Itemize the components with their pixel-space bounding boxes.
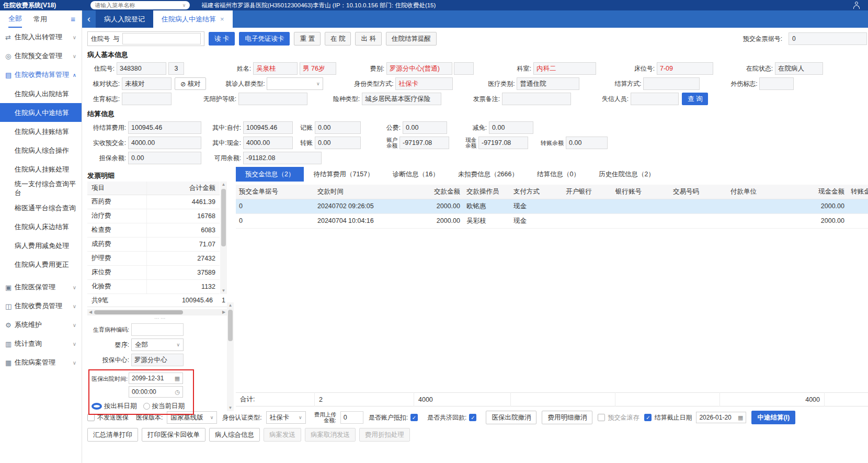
invoice-row[interactable]: 成药费71.07 [87, 237, 220, 251]
sidebar-item-system-maintain[interactable]: ⚙ 系统维护 ∨ [0, 315, 82, 334]
cash-balance-field[interactable] [478, 137, 528, 149]
menu-search-input[interactable] [95, 2, 182, 8]
id-type-field[interactable] [395, 77, 453, 90]
invoice-row[interactable]: 床位费37589 [87, 265, 220, 279]
deposit-received-field[interactable] [128, 137, 201, 149]
sidebar-item-billing-settle-mgmt[interactable]: ▤ 住院收费结算管理 ∧ [0, 65, 82, 84]
settle-mode-field[interactable] [643, 77, 700, 90]
check-status-field[interactable] [122, 77, 172, 90]
fee-detail-cancel-button[interactable]: 费用明细撤消 [542, 411, 592, 424]
book-field[interactable] [315, 121, 361, 134]
reduce-field[interactable] [489, 121, 533, 134]
sidebar-item-rongyitong-query[interactable]: 榕医通平台综合查询 [0, 198, 82, 217]
transfer-balance-field[interactable] [566, 137, 608, 149]
sidebar-item-unified-pay-query[interactable]: 统一支付综合查询平台 [0, 178, 82, 198]
medical-type-field[interactable] [517, 77, 579, 90]
sidebar-item-discharge-settle[interactable]: 住院病人出院结算 [0, 84, 82, 103]
account-deduct-checkbox[interactable]: 是否账户抵扣: ✓ [369, 413, 418, 422]
calendar-icon[interactable]: ▦ [738, 414, 743, 421]
invoice-row[interactable]: 检查费6083 [87, 223, 220, 237]
sidebar-item-fee-reduction[interactable]: 病人费用减免处理 [0, 236, 82, 255]
scroll-down-icon[interactable]: ▼ [220, 288, 227, 294]
sidebar-item-midway-settle[interactable]: 住院病人中途结算 [0, 103, 82, 122]
deposit-rollover-checkbox[interactable]: 预交金滚存 [598, 413, 639, 422]
auth-type-select[interactable]: 社保卡 ∨ [266, 411, 306, 424]
admission-no-field[interactable] [117, 62, 166, 75]
scrollbar-thumb[interactable] [221, 189, 226, 246]
sidebar-item-stat-query[interactable]: ▥ 统计查询 ∨ [0, 334, 82, 353]
transfer-field[interactable] [315, 137, 361, 149]
midway-settle-button[interactable]: 中途结算(I) [751, 411, 795, 424]
sidebar-item-mi-mgmt[interactable]: ▣ 住院医保管理 ∨ [0, 278, 82, 297]
panel-splitter[interactable]: ⋯⋯ [87, 315, 234, 321]
mi-discharge-cancel-button[interactable]: 医保出院撤消 [486, 411, 536, 424]
reset-button[interactable]: 重 置 [294, 32, 320, 46]
query-button[interactable]: 查 询 [682, 93, 708, 105]
dept-field[interactable] [533, 62, 596, 75]
dishonest-person-field[interactable] [631, 93, 679, 105]
verify-button[interactable]: ⊘ 核对 [175, 77, 206, 90]
account-balance-field[interactable] [399, 137, 449, 149]
sidebar-item-comprehensive-ops[interactable]: 住院病人综合操作 [0, 141, 82, 160]
insurance-type-field[interactable] [362, 93, 441, 105]
birth-code-field[interactable] [131, 323, 184, 336]
record-send-button[interactable]: 病案发送 [264, 428, 301, 442]
scroll-left-icon[interactable]: ◀ [87, 309, 94, 315]
calendar-icon[interactable]: ▦ [175, 375, 180, 382]
record-cancel-send-button[interactable]: 病案取消发送 [305, 428, 356, 442]
tab-history-info[interactable]: 历史住院信息（2） [589, 167, 664, 182]
visit-times-field[interactable] [168, 62, 184, 75]
tab-patient-admission[interactable]: 病人入院登记 [96, 10, 153, 28]
menu-search-box[interactable]: ∨ [90, 1, 190, 9]
ecert-read-button[interactable]: 电子凭证读卡 [239, 32, 290, 46]
summary-print-button[interactable]: 汇总清单打印 [87, 428, 138, 442]
clock-icon[interactable]: ◷ [175, 389, 180, 396]
mi-card-print-button[interactable]: 打印医保卡回收单 [142, 428, 205, 442]
insure-center-field[interactable] [131, 354, 184, 366]
tab-midway-settlement[interactable]: 住院病人中途结算 × [153, 10, 233, 28]
tab-deposit-info[interactable]: 预交金信息（2） [236, 167, 304, 182]
fee-type-field[interactable] [386, 62, 452, 75]
tab-diagnosis-info[interactable]: 诊断信息（16） [383, 167, 449, 182]
settle-deadline-date-input[interactable]: 2026-01-20 ▦ [696, 412, 746, 423]
sidebar-item-deposit-mgmt[interactable]: ◎ 住院预交金管理 ∨ [0, 47, 82, 65]
tab-pending-fees[interactable]: 待结算费用（7157） [304, 167, 383, 182]
guarantee-balance-field[interactable] [128, 152, 201, 164]
radio-by-current-date[interactable]: 按当前日期 [143, 402, 185, 411]
tab-undeducted-info[interactable]: 未扣费信息（2666） [449, 167, 528, 182]
sidebar-item-inout-transfer[interactable]: ⇄ 住院入出转管理 ∨ [0, 28, 82, 47]
invoice-vscrollbar[interactable]: ▲ ▼ [220, 182, 227, 294]
out-dept-button[interactable]: 出 科 [355, 32, 381, 46]
mi-discharge-date-input[interactable]: 2099-12-31 ▦ [129, 372, 183, 384]
injury-flag-field[interactable] [759, 77, 794, 90]
cash-field[interactable] [243, 137, 293, 149]
deposit-row[interactable]: 0 20240702 09:26:05 2000.00 欧铭惠 现金 2000.… [236, 199, 868, 213]
pending-fee-field[interactable] [128, 121, 201, 134]
settle-deadline-checkbox[interactable]: ✓ 结算截止日期 [644, 413, 692, 422]
fee-upload-field[interactable] [340, 411, 363, 424]
invoice-hscrollbar[interactable]: ◀ ▶ [87, 309, 227, 315]
invoice-row[interactable]: 化验费1132 [87, 279, 220, 293]
birth-flag-field[interactable] [122, 93, 172, 105]
settle-reminder-button[interactable]: 住院结算提醒 [386, 32, 437, 46]
sidebar-tab-common[interactable]: 常用 [33, 12, 47, 27]
sidebar-tab-all[interactable]: 全部 [8, 11, 22, 28]
baby-seq-select[interactable]: 全部 ∨ [131, 338, 184, 351]
mi-discharge-time-input[interactable]: 00:00:00 ◷ [129, 386, 183, 398]
menu-icon[interactable]: ≡ [71, 15, 75, 24]
close-icon[interactable]: × [220, 15, 224, 23]
scroll-down-icon[interactable]: ▼ [227, 405, 234, 411]
invoice-row[interactable]: 护理费27432 [87, 251, 220, 265]
in-hospital-button[interactable]: 在 院 [325, 32, 351, 46]
escort-level-field[interactable] [238, 93, 307, 105]
fee-discount-button[interactable]: 费用折扣处理 [359, 428, 410, 442]
crowd-type-select[interactable]: ∨ [267, 77, 323, 90]
selfpay-field[interactable] [243, 121, 293, 134]
admission-mode-toggle[interactable]: 与 [113, 35, 119, 43]
panel-vscrollbar[interactable]: ▲ ▼ [227, 302, 234, 411]
admission-no-search-input[interactable] [122, 33, 201, 44]
sidebar-item-credit-handle[interactable]: 住院病人挂账处理 [0, 160, 82, 178]
invoice-note-field[interactable] [502, 93, 571, 105]
read-card-button[interactable]: 读 卡 [209, 32, 235, 46]
invoice-row[interactable]: 治疗费16768 [87, 209, 220, 223]
